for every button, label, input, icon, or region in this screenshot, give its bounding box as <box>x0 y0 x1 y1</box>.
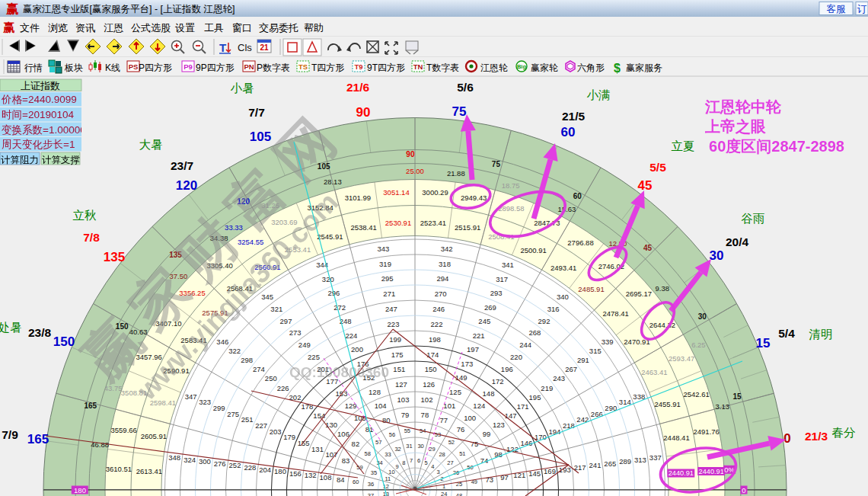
svg-text:大暑: 大暑 <box>139 138 163 151</box>
svg-text:276: 276 <box>214 459 226 468</box>
svg-text:0: 0 <box>783 431 790 446</box>
svg-text:147: 147 <box>505 411 517 420</box>
svg-text:9.38: 9.38 <box>656 284 670 293</box>
svg-text:2478.41: 2478.41 <box>603 309 629 318</box>
svg-text:84: 84 <box>337 475 345 484</box>
svg-text:2542.61: 2542.61 <box>683 390 709 398</box>
svg-text:131: 131 <box>311 445 324 453</box>
svg-text:K线: K线 <box>105 62 120 73</box>
svg-text:2949.43: 2949.43 <box>461 194 487 202</box>
svg-text:1: 1 <box>442 483 445 490</box>
svg-text:242: 242 <box>576 415 589 424</box>
svg-text:29: 29 <box>429 446 435 453</box>
svg-text:126: 126 <box>423 380 435 389</box>
svg-text:3: 3 <box>436 469 439 475</box>
svg-text:浏览: 浏览 <box>48 22 68 34</box>
svg-text:320: 320 <box>322 275 334 283</box>
svg-text:199: 199 <box>389 335 401 344</box>
svg-text:104: 104 <box>375 402 387 410</box>
svg-text:289: 289 <box>619 457 631 466</box>
svg-text:75: 75 <box>452 104 467 119</box>
svg-text:135: 135 <box>104 250 125 264</box>
svg-text:222: 222 <box>431 320 443 328</box>
svg-text:T: T <box>219 41 226 54</box>
svg-text:6: 6 <box>417 457 420 464</box>
svg-text:文件: 文件 <box>20 22 40 34</box>
svg-text:244: 244 <box>519 341 531 349</box>
svg-text:35: 35 <box>371 469 377 476</box>
svg-text:上证指数: 上证指数 <box>21 80 60 91</box>
svg-text:274: 274 <box>253 365 265 373</box>
svg-text:2613.41: 2613.41 <box>136 467 162 475</box>
svg-text:21/5: 21/5 <box>562 110 586 123</box>
svg-text:客服: 客服 <box>827 4 847 14</box>
svg-text:24: 24 <box>441 491 447 496</box>
svg-text:339: 339 <box>602 338 614 346</box>
svg-text:223: 223 <box>388 320 400 328</box>
svg-text:20/4: 20/4 <box>726 235 749 248</box>
svg-text:203: 203 <box>270 427 282 436</box>
svg-text:342: 342 <box>441 245 453 253</box>
svg-text:PS: PS <box>129 62 139 71</box>
svg-text:148: 148 <box>483 389 495 398</box>
svg-text:270: 270 <box>435 290 447 298</box>
svg-text:P四方形: P四方形 <box>139 62 172 73</box>
svg-text:2530.91: 2530.91 <box>385 219 411 227</box>
svg-text:小满: 小满 <box>587 88 611 101</box>
svg-text:130: 130 <box>325 421 337 429</box>
svg-text:10: 10 <box>388 469 394 475</box>
svg-text:31: 31 <box>406 443 412 450</box>
svg-text:2523.41: 2523.41 <box>420 219 446 227</box>
svg-text:$: $ <box>614 62 621 75</box>
svg-text:2605.91: 2605.91 <box>141 432 167 440</box>
svg-text:赢家服务: 赢家服务 <box>626 62 662 73</box>
svg-text:2538.41: 2538.41 <box>350 223 376 232</box>
svg-text:172: 172 <box>492 377 504 386</box>
svg-text:2440.91: 2440.91 <box>669 469 694 477</box>
svg-text:316: 316 <box>547 305 560 313</box>
svg-text:周天变化步长=1: 周天变化步长=1 <box>2 139 75 150</box>
svg-text:318: 318 <box>439 260 451 268</box>
svg-text:60: 60 <box>353 478 359 485</box>
svg-text:资讯: 资讯 <box>75 22 95 34</box>
svg-text:299: 299 <box>213 404 225 412</box>
svg-text:129: 129 <box>345 402 357 410</box>
svg-text:2515.91: 2515.91 <box>455 223 480 232</box>
svg-text:PN: PN <box>244 62 254 71</box>
svg-text:204: 204 <box>259 466 271 474</box>
svg-text:45: 45 <box>643 244 653 252</box>
svg-text:90: 90 <box>406 150 415 158</box>
svg-text:99: 99 <box>483 430 491 438</box>
svg-text:345: 345 <box>261 293 273 301</box>
svg-text:154: 154 <box>313 411 325 420</box>
svg-text:343: 343 <box>377 245 389 253</box>
svg-text:45: 45 <box>638 178 653 193</box>
svg-text:T四方形: T四方形 <box>311 62 344 73</box>
svg-text:30: 30 <box>710 248 724 263</box>
svg-text:23/7: 23/7 <box>171 159 193 172</box>
svg-text:11: 11 <box>385 475 391 482</box>
svg-text:9P四方形: 9P四方形 <box>196 62 235 73</box>
svg-text:2491.76: 2491.76 <box>694 427 720 436</box>
svg-text:291: 291 <box>577 356 589 364</box>
svg-text:180: 180 <box>74 486 86 494</box>
svg-text:7/7: 7/7 <box>248 106 265 119</box>
svg-text:48: 48 <box>456 492 462 496</box>
svg-text:2695.17: 2695.17 <box>626 290 652 298</box>
svg-text:P9: P9 <box>183 62 193 71</box>
svg-text:241: 241 <box>589 461 602 469</box>
svg-text:197: 197 <box>467 345 479 354</box>
svg-text:3610.51: 3610.51 <box>106 465 132 473</box>
svg-text:56: 56 <box>389 431 395 438</box>
svg-text:15: 15 <box>756 336 771 350</box>
svg-text:292: 292 <box>538 317 550 325</box>
svg-text:3051.14: 3051.14 <box>383 188 409 197</box>
svg-text:9: 9 <box>396 463 399 470</box>
svg-text:2500.91: 2500.91 <box>520 246 546 254</box>
svg-text:151: 151 <box>393 365 405 373</box>
svg-text:295: 295 <box>381 274 394 283</box>
svg-text:269: 269 <box>484 303 496 312</box>
svg-text:计算支撑: 计算支撑 <box>42 155 80 165</box>
svg-text:73: 73 <box>485 475 493 484</box>
svg-text:7/9: 7/9 <box>2 428 18 441</box>
